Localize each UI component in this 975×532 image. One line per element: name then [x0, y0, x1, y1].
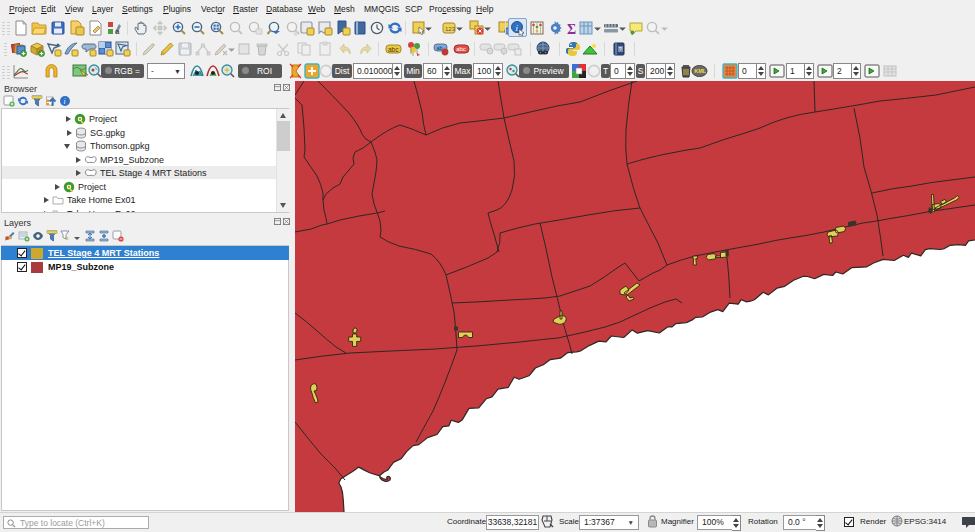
- svg-text:ab: ab: [437, 45, 443, 51]
- svg-text:abc: abc: [388, 46, 399, 53]
- svg-text:a: a: [115, 27, 120, 36]
- svg-text:i: i: [64, 97, 66, 106]
- svg-text:KML: KML: [694, 68, 707, 74]
- svg-text:abc: abc: [456, 46, 466, 52]
- svg-text:Σ: Σ: [567, 22, 576, 37]
- svg-text:ε: ε: [66, 235, 69, 241]
- svg-text:?: ?: [619, 46, 622, 52]
